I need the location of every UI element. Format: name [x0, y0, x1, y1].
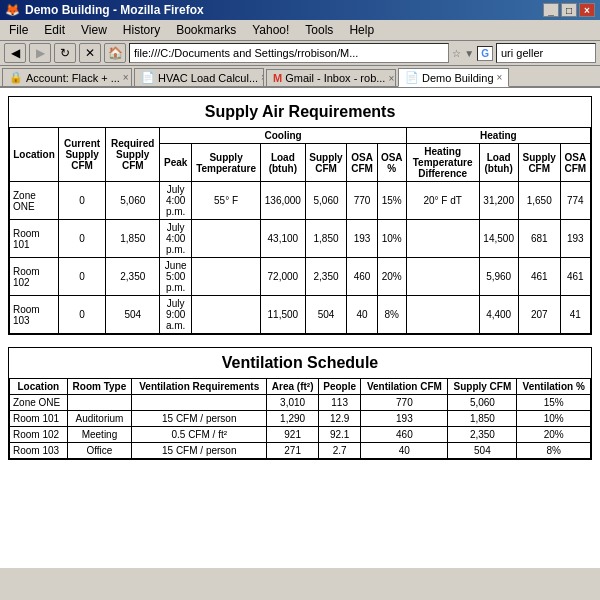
col-heat-temp-diff: Heating Temperature Difference [406, 144, 479, 182]
col-heat-osa-cfm: OSA CFM [560, 144, 590, 182]
supply-air-row: Room 102 0 2,350 June5:00 p.m. 72,000 2,… [10, 258, 591, 296]
tab-close-account[interactable]: × [123, 72, 129, 83]
tab-close-demo[interactable]: × [497, 72, 503, 83]
vent-people: 2.7 [319, 443, 361, 459]
tab-favicon-hvac: 📄 [141, 71, 155, 84]
col-required-supply: Required Supply CFM [106, 128, 160, 182]
vent-col-location: Location [10, 379, 68, 395]
tab-hvac[interactable]: 📄 HVAC Load Calcul... × [134, 68, 264, 86]
tab-gmail[interactable]: M Gmail - Inbox - rob... × [266, 69, 396, 86]
menu-bookmarks[interactable]: Bookmarks [172, 22, 240, 38]
sa-osa-pct: 20% [377, 258, 406, 296]
col-current-supply: Current Supply CFM [59, 128, 106, 182]
vent-row: Room 102 Meeting 0.5 CFM / ft² 921 92.1 … [10, 427, 591, 443]
menu-file[interactable]: File [5, 22, 32, 38]
sa-heat-osa-cfm: 774 [560, 182, 590, 220]
vent-req: 15 CFM / person [132, 411, 267, 427]
sa-current-supply: 0 [59, 182, 106, 220]
tab-label-account: Account: Flack + ... [26, 72, 120, 84]
vent-supply-cfm: 2,350 [448, 427, 517, 443]
sa-required-supply: 5,060 [106, 182, 160, 220]
vent-supply-cfm: 1,850 [448, 411, 517, 427]
vent-cfm: 193 [361, 411, 448, 427]
stop-button[interactable]: ✕ [79, 43, 101, 63]
home-button[interactable]: 🏠 [104, 43, 126, 63]
minimize-button[interactable]: _ [543, 3, 559, 17]
vent-row: Room 103 Office 15 CFM / person 271 2.7 … [10, 443, 591, 459]
vent-req [132, 395, 267, 411]
sa-location: Room 102 [10, 258, 59, 296]
vent-cfm: 770 [361, 395, 448, 411]
sa-peak-month: June5:00 p.m. [160, 258, 192, 296]
sa-supply-temp [191, 220, 260, 258]
tab-label-gmail: Gmail - Inbox - rob... [285, 72, 385, 84]
content-area: Supply Air Requirements Location Current… [0, 88, 600, 568]
vent-room-type [67, 395, 132, 411]
vent-location: Room 101 [10, 411, 68, 427]
search-input[interactable] [496, 43, 596, 63]
vent-location: Zone ONE [10, 395, 68, 411]
menu-view[interactable]: View [77, 22, 111, 38]
sa-osa-cfm: 40 [347, 296, 377, 334]
sa-supply-cfm: 2,350 [305, 258, 347, 296]
tab-close-gmail[interactable]: × [388, 73, 394, 84]
ventilation-table: Location Room Type Ventilation Requireme… [9, 378, 591, 459]
vent-col-vent-pct: Ventilation % [517, 379, 591, 395]
sa-heat-load-btuh: 4,400 [479, 296, 518, 334]
maximize-button[interactable]: □ [561, 3, 577, 17]
sa-load-btuh: 72,000 [261, 258, 305, 296]
refresh-button[interactable]: ↻ [54, 43, 76, 63]
sa-heat-supply-cfm: 207 [518, 296, 560, 334]
sa-location: Zone ONE [10, 182, 59, 220]
vent-pct: 15% [517, 395, 591, 411]
menu-yahoo[interactable]: Yahoo! [248, 22, 293, 38]
col-heat-load: Load (btuh) [479, 144, 518, 182]
sa-heat-supply-cfm: 1,650 [518, 182, 560, 220]
google-logo: G [477, 46, 493, 61]
tab-label-hvac: HVAC Load Calcul... [158, 72, 258, 84]
forward-button[interactable]: ▶ [29, 43, 51, 63]
heating-header: Heating [406, 128, 590, 144]
sa-heat-osa-cfm: 193 [560, 220, 590, 258]
tab-account[interactable]: 🔒 Account: Flack + ... × [2, 68, 132, 86]
supply-air-row: Room 103 0 504 July9:00 a.m. 11,500 504 … [10, 296, 591, 334]
back-button[interactable]: ◀ [4, 43, 26, 63]
col-peak: Peak [160, 144, 192, 182]
sa-location: Room 101 [10, 220, 59, 258]
menu-history[interactable]: History [119, 22, 164, 38]
vent-col-vent-cfm: Ventilation CFM [361, 379, 448, 395]
col-heat-supply-cfm: Supply CFM [518, 144, 560, 182]
vent-people: 113 [319, 395, 361, 411]
close-button[interactable]: × [579, 3, 595, 17]
address-bar[interactable] [129, 43, 449, 63]
menu-tools[interactable]: Tools [301, 22, 337, 38]
tabs-bar: 🔒 Account: Flack + ... × 📄 HVAC Load Cal… [0, 66, 600, 88]
browser-icon: 🦊 [5, 3, 20, 17]
vent-cfm: 40 [361, 443, 448, 459]
vent-room-type: Auditorium [67, 411, 132, 427]
vent-pct: 8% [517, 443, 591, 459]
col-load-btuh: Load (btuh) [261, 144, 305, 182]
vent-people: 92.1 [319, 427, 361, 443]
sa-supply-cfm: 504 [305, 296, 347, 334]
menu-help[interactable]: Help [345, 22, 378, 38]
supply-air-section: Supply Air Requirements Location Current… [8, 96, 592, 335]
sa-peak-month: July4:00 p.m. [160, 182, 192, 220]
star-icon: ☆ [452, 48, 461, 59]
title-bar-left: 🦊 Demo Building - Mozilla Firefox [5, 3, 204, 17]
vent-area: 921 [267, 427, 319, 443]
tab-close-hvac[interactable]: × [261, 72, 264, 83]
col-location: Location [10, 128, 59, 182]
supply-air-row: Zone ONE 0 5,060 July4:00 p.m. 55° F 136… [10, 182, 591, 220]
vent-pct: 10% [517, 411, 591, 427]
vent-room-type: Office [67, 443, 132, 459]
menu-edit[interactable]: Edit [40, 22, 69, 38]
sa-load-btuh: 43,100 [261, 220, 305, 258]
tab-demo[interactable]: 📄 Demo Building × [398, 68, 509, 87]
vent-room-type: Meeting [67, 427, 132, 443]
sa-heat-osa-cfm: 41 [560, 296, 590, 334]
sa-load-btuh: 136,000 [261, 182, 305, 220]
sa-heat-temp-diff: 20° F dT [406, 182, 479, 220]
vent-req: 15 CFM / person [132, 443, 267, 459]
vent-area: 1,290 [267, 411, 319, 427]
